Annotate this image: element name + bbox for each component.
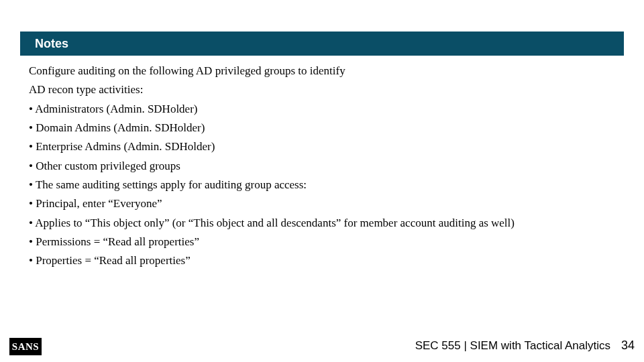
slide-title: Notes bbox=[35, 37, 68, 51]
bullet-item: • Enterprise Admins (Admin. SDHolder) bbox=[29, 138, 619, 156]
bullet-list: • Administrators (Admin. SDHolder)• Doma… bbox=[29, 101, 619, 270]
bullet-item: • Principal, enter “Everyone” bbox=[29, 195, 619, 213]
bullet-item: • Domain Admins (Admin. SDHolder) bbox=[29, 119, 619, 137]
footer: SANS SEC 555 | SIEM with Tactical Analyt… bbox=[0, 337, 644, 357]
bullet-item: • Properties = “Read all properties” bbox=[29, 252, 619, 269]
bullet-item: • Permissions = “Read all properties” bbox=[29, 233, 619, 251]
intro-line-1: Configure auditing on the following AD p… bbox=[29, 62, 619, 80]
sans-logo: SANS bbox=[9, 338, 42, 355]
bullet-item: • Other custom privileged groups bbox=[29, 158, 619, 175]
bullet-item: • Applies to “This object only” (or “Thi… bbox=[29, 215, 619, 232]
page-number: 34 bbox=[621, 339, 635, 353]
bullet-item: • Administrators (Admin. SDHolder) bbox=[29, 101, 619, 118]
logo-text: SANS bbox=[12, 341, 39, 353]
bullet-item: • The same auditing settings apply for a… bbox=[29, 176, 619, 194]
course-label: SEC 555 | SIEM with Tactical Analytics bbox=[415, 339, 610, 353]
intro-line-2: AD recon type activities: bbox=[29, 81, 619, 99]
slide-body: Configure auditing on the following AD p… bbox=[29, 62, 619, 272]
slide: Notes Configure auditing on the followin… bbox=[0, 0, 644, 362]
title-bar: Notes bbox=[20, 32, 624, 56]
